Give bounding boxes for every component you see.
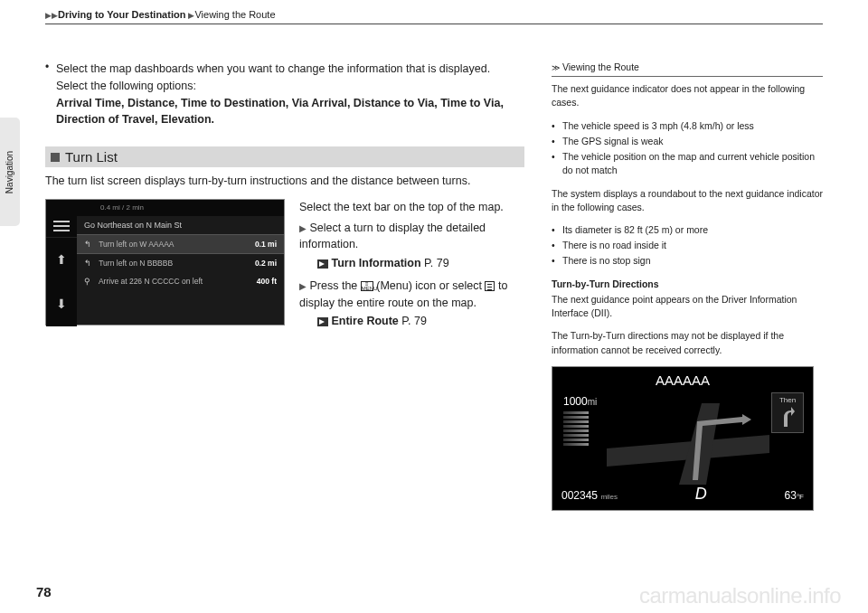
section-header-turn-list: Turn List (45, 146, 524, 167)
right-para3: The next guidance point appears on the D… (552, 293, 823, 320)
list-item: The vehicle position on the map and curr… (552, 150, 823, 177)
ss1-status: 0.4 mi / 2 min (46, 200, 284, 216)
right-subhead: Turn-by-Turn Directions (552, 278, 659, 289)
road-graphic (607, 403, 769, 485)
turn-list-screenshot: 0.4 mi / 2 min ⬆ ⬇ Go Northeast on N Mai… (45, 199, 285, 325)
ss2-title: AAAAAA (552, 367, 813, 394)
right-col-header: ≫ Viewing the Route (552, 61, 823, 77)
square-icon (51, 153, 60, 162)
list-item: ↰ Turn left on W AAAAA 0.1 mi (77, 234, 284, 254)
menu-icon (46, 216, 77, 238)
arrive-icon: ⚲ (84, 277, 97, 286)
menu-button-icon: ≡MENU (361, 281, 373, 291)
bullet-icon: • (45, 61, 56, 128)
main-bullet-text: Select the map dashboards when you want … (56, 61, 524, 128)
up-arrow-icon: ⬆ (46, 238, 77, 282)
side-tab-label: Navigation (5, 150, 15, 193)
triangle-icon: ▶ (299, 223, 307, 233)
right-para1: The next guidance indicator does not app… (552, 82, 823, 109)
watermark: carmanualsonline.info (639, 583, 841, 608)
dii-screenshot: AAAAAA 1000mi Then (552, 366, 814, 511)
right-list1: The vehicle speed is 3 mph (4.8 km/h) or… (552, 119, 823, 178)
bullet-options: Arrival Time, Distance, Time to Destinat… (56, 97, 504, 127)
down-arrow-icon: ⬇ (46, 282, 77, 326)
bullet-intro: Select the map dashboards when you want … (56, 62, 490, 92)
list-item: There is no road inside it (552, 239, 823, 252)
link-icon (317, 259, 328, 269)
ref-turn-info-page: P. 79 (424, 257, 449, 269)
breadcrumb: ▶▶Driving to Your Destination ▶Viewing t… (45, 9, 823, 24)
instr-step2a: Press the (309, 279, 360, 292)
list-button-icon (485, 281, 495, 291)
turn-left-icon: ↰ (84, 240, 97, 249)
triangle-icon: ▶ (299, 281, 307, 291)
list-item: Its diameter is 82 ft (25 m) or more (552, 223, 823, 237)
ref-turn-info: Turn Information (331, 257, 420, 269)
chevron-icon: ▶▶ (45, 11, 58, 20)
right-list2: Its diameter is 82 ft (25 m) or more The… (552, 223, 823, 269)
breadcrumb-l1: Driving to Your Destination (58, 9, 185, 20)
right-para2: The system displays a roundabout to the … (552, 187, 823, 214)
page-number: 78 (36, 584, 52, 599)
distance-gauge: 1000mi (563, 394, 597, 448)
list-item: The GPS signal is weak (552, 135, 823, 148)
instr-step1: Select a turn to display the detailed in… (299, 222, 486, 251)
double-chevron-icon: ≫ (552, 63, 560, 72)
turn-left-icon: ↰ (84, 259, 97, 268)
odometer: 002345 (561, 489, 598, 502)
link-icon (317, 317, 328, 326)
right-para4: The Turn-by-Turn directions may not be d… (552, 329, 823, 356)
list-item: ↰ Turn left on N BBBBB 0.2 mi (77, 254, 284, 272)
ss1-heading: Go Northeast on N Main St (77, 216, 284, 234)
list-item: ⚲ Arrive at 226 N CCCCC on left 400 ft (77, 272, 284, 290)
temperature: 63 (785, 489, 797, 502)
right-head-text: Viewing the Route (562, 61, 639, 72)
instr-step2b: (Menu) icon or select (373, 279, 486, 292)
ref-entire-route-page: P. 79 (401, 315, 427, 327)
ref-entire-route: Entire Route (331, 315, 398, 327)
instructions-block: Select the text bar on the top of the ma… (299, 199, 524, 330)
side-tab-navigation: Navigation (0, 118, 20, 226)
list-item: There is no stop sign (552, 254, 823, 268)
list-item: The vehicle speed is 3 mph (4.8 km/h) or… (552, 119, 823, 133)
section-title: Turn List (65, 149, 118, 165)
gear-indicator: D (695, 482, 707, 505)
ss2-bottom-bar: 002345 miles D 63°F (561, 482, 804, 505)
section-intro: The turn list screen displays turn-by-tu… (45, 173, 524, 190)
breadcrumb-l2: Viewing the Route (194, 9, 275, 20)
instr-line1: Select the text bar on the top of the ma… (299, 199, 524, 216)
then-indicator: Then (771, 392, 804, 434)
